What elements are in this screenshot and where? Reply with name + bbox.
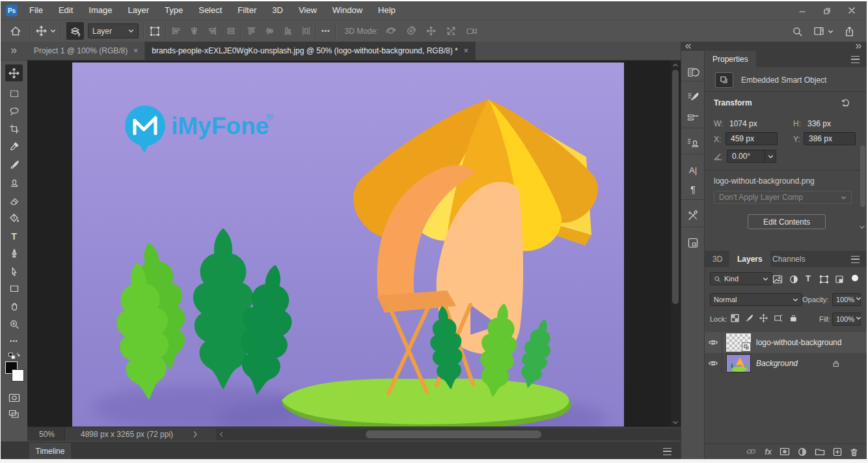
align-vertical-centers-icon[interactable] xyxy=(265,26,275,36)
layer-filter-toggle[interactable] xyxy=(852,275,858,281)
document-tab-unsplash[interactable]: brands-people-xEXLJE0WgKo-unsplash.jpg @… xyxy=(145,42,475,60)
3d-slide-icon[interactable] xyxy=(446,25,457,36)
angle-dropdown-button[interactable] xyxy=(765,150,776,163)
align-right-edges-icon[interactable] xyxy=(208,26,217,36)
align-horizontal-centers-icon[interactable] xyxy=(189,26,199,36)
double-chevron-right-icon[interactable] xyxy=(855,43,863,49)
timeline-menu-button[interactable] xyxy=(663,448,671,455)
move-tool[interactable] xyxy=(5,64,23,81)
marquee-tool[interactable] xyxy=(5,85,23,102)
vertical-scrollbar[interactable] xyxy=(671,61,680,427)
filter-adjustment-layers-icon[interactable] xyxy=(789,275,798,284)
menu-type[interactable]: Type xyxy=(157,1,191,20)
gradient-tool[interactable] xyxy=(5,210,23,227)
lock-artboard-icon[interactable] xyxy=(774,314,783,322)
layer-thumbnail[interactable] xyxy=(726,333,751,352)
scroll-down-icon[interactable] xyxy=(859,225,865,230)
document-canvas[interactable]: iMyFone ® xyxy=(72,63,624,427)
character-panel-button[interactable]: A| xyxy=(686,163,700,177)
menu-help[interactable]: Help xyxy=(370,1,403,20)
fill-dropdown-button[interactable] xyxy=(856,315,861,321)
type-tool[interactable]: T xyxy=(5,228,23,245)
horizontal-scrollbar[interactable] xyxy=(216,428,696,440)
layer-visibility-toggle[interactable] xyxy=(705,353,722,374)
tool-presets-panel-button[interactable] xyxy=(686,208,700,223)
x-position-input[interactable]: 459 px xyxy=(726,132,778,145)
edit-toolbar-button[interactable]: ••• xyxy=(5,333,23,350)
opacity-dropdown-button[interactable] xyxy=(856,296,861,302)
minimize-button[interactable] xyxy=(790,1,815,20)
layer-filter-kind-dropdown[interactable]: Kind xyxy=(710,272,772,285)
menu-filter[interactable]: Filter xyxy=(230,1,264,20)
menu-3d[interactable]: 3D xyxy=(264,1,291,20)
path-select-tool[interactable] xyxy=(5,263,23,280)
layer-style-fx-icon[interactable]: fx xyxy=(765,447,772,456)
menu-file[interactable]: File xyxy=(21,1,51,20)
properties-scrollbar-thumb[interactable] xyxy=(860,145,865,207)
workspace-switcher-button[interactable] xyxy=(808,22,838,40)
double-chevron-left-icon[interactable] xyxy=(685,43,692,49)
timeline-tab[interactable]: Timeline xyxy=(29,443,71,459)
adjustment-layer-icon[interactable] xyxy=(798,447,807,456)
filter-smart-objects-icon[interactable] xyxy=(835,275,844,284)
tab-3d[interactable]: 3D xyxy=(705,251,730,267)
eyedropper-tool[interactable] xyxy=(5,138,23,155)
auto-select-toggle[interactable] xyxy=(66,22,84,40)
hand-tool[interactable] xyxy=(5,298,23,315)
move-tool-preset[interactable] xyxy=(36,25,56,36)
distribute-vertical-icon[interactable] xyxy=(301,26,311,36)
layer-row-background[interactable]: Background xyxy=(705,353,867,374)
y-position-input[interactable]: 386 px xyxy=(804,132,856,145)
layer-row-logo[interactable]: logo-without-background xyxy=(705,332,867,353)
background-color-swatch[interactable] xyxy=(12,369,24,382)
crop-tool[interactable] xyxy=(5,120,23,137)
blend-mode-dropdown[interactable]: Normal xyxy=(710,293,802,306)
3d-roll-icon[interactable] xyxy=(405,25,416,36)
restore-button[interactable] xyxy=(815,1,839,20)
eraser-tool[interactable] xyxy=(5,193,23,210)
menu-view[interactable]: View xyxy=(291,1,325,20)
history-panel-button[interactable] xyxy=(686,65,700,79)
tab-close-icon[interactable]: × xyxy=(464,46,468,55)
lock-transparency-icon[interactable] xyxy=(731,314,739,322)
brush-tool[interactable] xyxy=(5,156,23,173)
3d-pan-icon[interactable] xyxy=(426,25,437,36)
lasso-tool[interactable] xyxy=(5,103,23,120)
distribute-horizontal-icon[interactable] xyxy=(226,26,236,36)
lock-pixels-icon[interactable] xyxy=(745,314,753,322)
more-options-button[interactable]: ••• xyxy=(321,27,331,35)
3d-camera-icon[interactable] xyxy=(466,25,478,36)
quick-mask-button[interactable] xyxy=(5,389,23,406)
3d-orbit-icon[interactable] xyxy=(385,25,396,36)
menu-select[interactable]: Select xyxy=(191,1,230,20)
edit-contents-button[interactable]: Edit Contents xyxy=(748,214,826,229)
zoom-tool[interactable] xyxy=(5,316,23,333)
brushes-panel-button[interactable] xyxy=(686,109,700,124)
vertical-scrollbar-thumb[interactable] xyxy=(672,70,679,304)
filter-type-layers-icon[interactable]: T xyxy=(806,274,811,283)
libraries-panel-button[interactable] xyxy=(686,236,700,250)
tab-channels[interactable]: Channels xyxy=(765,251,813,267)
paragraph-panel-button[interactable]: ¶ xyxy=(686,182,700,197)
align-left-edges-icon[interactable] xyxy=(171,26,181,36)
filter-shape-layers-icon[interactable] xyxy=(819,275,829,284)
home-button[interactable] xyxy=(10,25,21,37)
tab-close-icon[interactable]: × xyxy=(133,46,138,55)
shape-tool[interactable] xyxy=(5,280,23,297)
layers-menu-button[interactable] xyxy=(851,256,860,263)
auto-select-target-dropdown[interactable]: Layer xyxy=(88,23,139,38)
menu-window[interactable]: Window xyxy=(325,1,370,20)
show-transform-controls-toggle[interactable] xyxy=(149,25,161,37)
document-tab-project1[interactable]: Project 1 @ 100% (RGB/8) × xyxy=(27,42,145,60)
menu-edit[interactable]: Edit xyxy=(51,1,81,20)
tab-properties[interactable]: Properties xyxy=(705,51,756,67)
search-button[interactable] xyxy=(786,22,808,40)
add-layer-mask-icon[interactable] xyxy=(780,447,790,456)
align-top-edges-icon[interactable] xyxy=(247,26,256,36)
layer-visibility-toggle[interactable] xyxy=(705,332,722,353)
screen-mode-button[interactable] xyxy=(5,406,23,423)
zoom-level-field[interactable]: 50% xyxy=(27,427,65,442)
clone-source-panel-button[interactable] xyxy=(686,135,700,150)
horizontal-scrollbar-thumb[interactable] xyxy=(366,430,541,438)
share-button[interactable] xyxy=(838,22,860,40)
